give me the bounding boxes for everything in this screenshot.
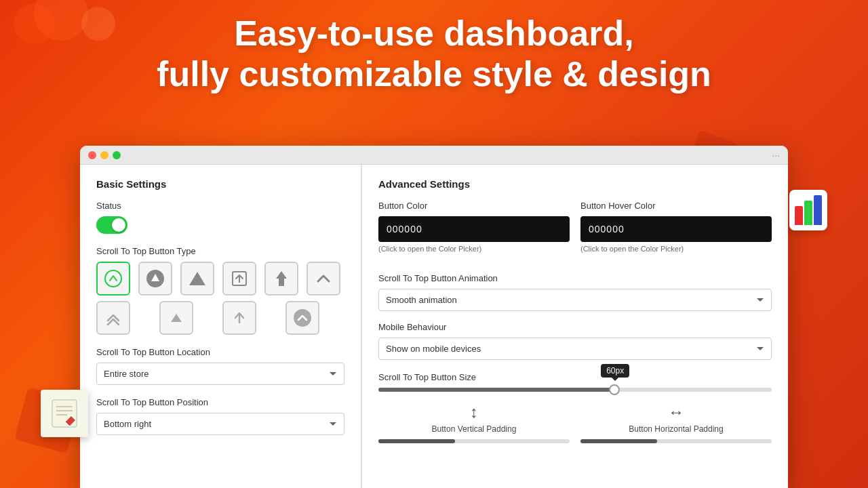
button-color-value: 000000 bbox=[387, 224, 422, 235]
status-toggle[interactable] bbox=[96, 216, 127, 234]
mobile-label: Mobile Behaviour bbox=[378, 322, 772, 332]
button-hover-color-field: Button Hover Color 000000 (Click to open… bbox=[580, 201, 772, 262]
vertical-padding-label: Button Vertical Padding bbox=[432, 424, 517, 434]
button-type-grid-row1 bbox=[96, 262, 344, 296]
size-field: Scroll To Top Button Size 60px bbox=[378, 372, 772, 392]
btn-type-6[interactable] bbox=[307, 262, 340, 296]
mobile-select[interactable]: Show on mobile devices Hide on mobile de… bbox=[378, 338, 772, 360]
animation-select[interactable]: Smooth animation No animation Bounce Fad… bbox=[378, 289, 772, 311]
horizontal-padding-field: ↔ Button Horizontal Padding bbox=[580, 403, 772, 443]
svg-marker-8 bbox=[189, 272, 205, 285]
animation-label: Scroll To Top Button Animation bbox=[378, 273, 772, 283]
animation-field: Scroll To Top Button Animation Smooth an… bbox=[378, 273, 772, 311]
button-color-hint: (Click to open the Color Picker) bbox=[378, 245, 570, 253]
svg-point-14 bbox=[294, 309, 311, 327]
horizontal-padding-fill bbox=[580, 439, 657, 443]
btn-type-3[interactable] bbox=[180, 262, 214, 296]
window-titlebar-dots: ··· bbox=[772, 150, 780, 161]
vertical-padding-fill bbox=[378, 439, 455, 443]
button-type-field: Scroll To Top Button Type bbox=[96, 246, 344, 335]
svg-marker-11 bbox=[276, 271, 287, 286]
position-select[interactable]: Bottom right Bottom left Top right Top l… bbox=[96, 413, 344, 435]
padding-row: ↕ Button Vertical Padding ↔ Button Horiz… bbox=[378, 403, 772, 443]
location-field: Scroll To Top Button Location Entire sto… bbox=[96, 347, 344, 385]
window-content: Basic Settings Status Scroll To Top Butt… bbox=[80, 165, 788, 488]
basic-settings-title: Basic Settings bbox=[96, 178, 344, 190]
size-slider-tooltip: 60px bbox=[601, 364, 629, 378]
btn-type-8[interactable] bbox=[159, 301, 193, 335]
btn-type-2[interactable] bbox=[138, 262, 172, 296]
button-color-field: Button Color 000000 (Click to open the C… bbox=[378, 201, 570, 262]
button-color-label: Button Color bbox=[378, 201, 570, 211]
size-slider-thumb[interactable]: 60px bbox=[609, 384, 620, 395]
size-label: Scroll To Top Button Size bbox=[378, 372, 772, 382]
window-maximize-btn[interactable] bbox=[113, 151, 121, 159]
size-slider-fill bbox=[378, 388, 614, 392]
status-label: Status bbox=[96, 201, 344, 211]
svg-marker-12 bbox=[171, 314, 182, 322]
window-close-btn[interactable] bbox=[88, 151, 96, 159]
left-panel: Basic Settings Status Scroll To Top Butt… bbox=[80, 165, 361, 488]
app-window: ··· Basic Settings Status Scroll To Top … bbox=[80, 146, 788, 488]
position-field: Scroll To Top Button Position Bottom rig… bbox=[96, 397, 344, 435]
hero-text: Easy-to-use dashboard, fully customizabl… bbox=[0, 14, 868, 95]
svg-rect-0 bbox=[52, 400, 77, 427]
chart-bar-1 bbox=[795, 206, 803, 225]
vertical-padding-field: ↕ Button Vertical Padding bbox=[378, 403, 570, 443]
btn-type-4[interactable] bbox=[222, 262, 256, 296]
btn-type-1[interactable] bbox=[96, 262, 130, 296]
location-label: Scroll To Top Button Location bbox=[96, 347, 344, 357]
horizontal-padding-label: Button Horizontal Padding bbox=[629, 424, 723, 434]
button-hover-color-input[interactable]: 000000 bbox=[580, 216, 772, 242]
advanced-settings-title: Advanced Settings bbox=[378, 178, 772, 190]
hero-line1: Easy-to-use dashboard, bbox=[41, 14, 827, 54]
size-slider-track[interactable]: 60px bbox=[378, 388, 772, 392]
button-hover-color-hint: (Click to open the Color Picker) bbox=[580, 245, 772, 253]
vertical-padding-slider[interactable] bbox=[378, 439, 570, 443]
chart-bar-2 bbox=[804, 201, 812, 225]
color-row: Button Color 000000 (Click to open the C… bbox=[378, 201, 772, 262]
button-hover-color-label: Button Hover Color bbox=[580, 201, 772, 211]
button-hover-color-value: 000000 bbox=[589, 224, 625, 235]
vertical-padding-icon: ↕ bbox=[470, 403, 478, 422]
status-toggle-wrapper bbox=[96, 216, 344, 234]
btn-type-7[interactable] bbox=[96, 301, 130, 335]
right-panel: Advanced Settings Button Color 000000 (C… bbox=[362, 165, 788, 488]
hero-line2: fully customizable style & design bbox=[41, 54, 827, 95]
window-minimize-btn[interactable] bbox=[100, 151, 108, 159]
horizontal-padding-icon: ↔ bbox=[668, 403, 684, 422]
window-titlebar: ··· bbox=[80, 146, 788, 165]
deco-notepad bbox=[41, 390, 88, 437]
btn-type-5[interactable] bbox=[264, 262, 298, 296]
svg-point-5 bbox=[105, 270, 121, 287]
btn-type-9[interactable] bbox=[222, 301, 256, 335]
button-type-label: Scroll To Top Button Type bbox=[96, 246, 344, 256]
button-type-grid-row2 bbox=[96, 301, 344, 335]
chart-bar-3 bbox=[814, 195, 822, 225]
location-select[interactable]: Entire store Home page only All pages ex… bbox=[96, 363, 344, 385]
position-label: Scroll To Top Button Position bbox=[96, 397, 344, 407]
deco-chart-icon bbox=[789, 190, 827, 230]
btn-type-10[interactable] bbox=[285, 301, 319, 335]
horizontal-padding-slider[interactable] bbox=[580, 439, 772, 443]
status-field: Status bbox=[96, 201, 344, 234]
button-color-input[interactable]: 000000 bbox=[378, 216, 570, 242]
mobile-field: Mobile Behaviour Show on mobile devices … bbox=[378, 322, 772, 360]
